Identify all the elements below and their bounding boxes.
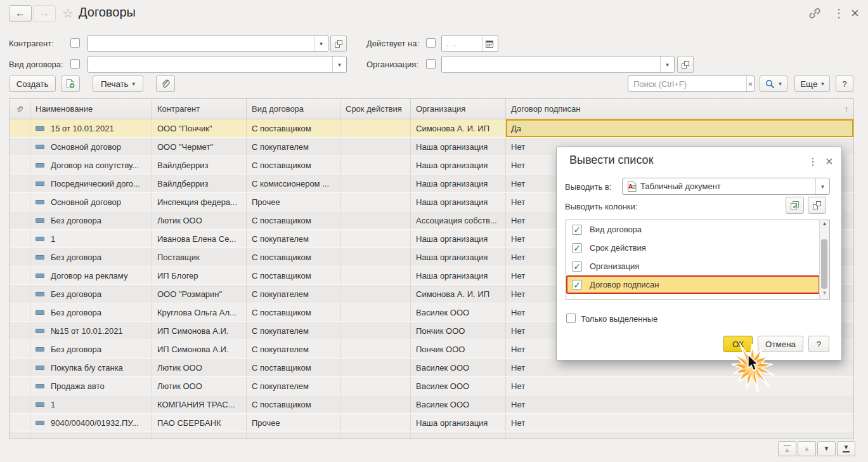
cell-attachment[interactable] — [10, 395, 30, 413]
cell-attachment[interactable] — [10, 230, 30, 248]
cell-term[interactable] — [340, 414, 411, 432]
column-header-term[interactable]: Срок действия — [340, 99, 411, 119]
cell-term[interactable] — [340, 267, 411, 284]
cell-signed[interactable]: Нет — [506, 395, 853, 413]
cell-name[interactable]: Без договора — [30, 285, 152, 303]
cell-organization[interactable]: Пончик ООО — [411, 322, 506, 340]
cell-name[interactable]: Основной договор — [30, 138, 152, 155]
window-close-icon[interactable]: × — [847, 4, 863, 22]
cell-organization[interactable]: Наша организация — [411, 175, 506, 192]
cell-attachment[interactable] — [10, 156, 30, 174]
cell-organization[interactable]: Наша организация — [411, 432, 506, 439]
cell-attachment[interactable] — [10, 359, 30, 376]
cell-organization[interactable]: Наша организация — [411, 193, 506, 211]
cell-contract-type[interactable]: С поставщиком — [247, 395, 340, 413]
cell-term[interactable] — [340, 230, 411, 248]
cell-contract-type[interactable]: Прочее — [247, 414, 340, 432]
dialog-close-icon[interactable]: × — [822, 154, 837, 169]
contragent-filter-checkbox[interactable] — [70, 38, 80, 48]
scroll-up-button[interactable]: ▲ — [798, 441, 816, 456]
cell-contract-type[interactable]: С покупателем — [247, 230, 340, 248]
cell-signed[interactable]: Да — [506, 119, 853, 137]
cell-organization[interactable]: Наша организация — [411, 248, 506, 266]
cell-name[interactable]: Договор аренды №1 — [30, 432, 152, 439]
window-more-icon[interactable]: ⋮ — [829, 6, 848, 21]
forward-button[interactable]: → — [33, 5, 56, 22]
column-header-contract-type[interactable]: Вид договора — [247, 99, 340, 119]
help-button[interactable]: ? — [836, 76, 853, 92]
cell-name[interactable]: 15 от 10.01.2021 — [30, 119, 152, 137]
scroll-down-button[interactable]: ▼ — [817, 441, 836, 456]
cell-term[interactable] — [340, 193, 411, 211]
cell-term[interactable] — [340, 395, 411, 413]
clear-search-icon[interactable]: × — [746, 76, 754, 91]
table-row[interactable]: Продажа автоЛютик ОООС покупателемВасиле… — [10, 377, 853, 395]
cell-contragent[interactable]: ООО "Розмарин" — [152, 432, 247, 439]
chevron-down-icon[interactable]: ▾ — [314, 36, 328, 51]
scroll-down-arrow-icon[interactable]: ▼ — [820, 290, 829, 298]
dialog-more-icon[interactable]: ⋮ — [804, 155, 822, 168]
cell-name[interactable]: Без договора — [30, 248, 152, 266]
cell-contract-type[interactable]: С покупателем — [247, 322, 340, 340]
chevron-down-icon[interactable]: ▾ — [332, 56, 346, 72]
cell-organization[interactable]: Пончик ООО — [411, 340, 506, 358]
checked-checkbox-icon[interactable]: ✓ — [572, 280, 582, 290]
cell-name[interactable]: №15 от 10.01.2021 — [30, 322, 152, 340]
search-input[interactable] — [628, 79, 746, 89]
cell-organization[interactable]: Наша организация — [411, 414, 506, 432]
scroll-top-button[interactable]: ▲ — [778, 441, 796, 456]
cell-contract-type[interactable]: С покупателем — [247, 340, 340, 358]
cell-attachment[interactable] — [10, 267, 30, 284]
cell-contragent[interactable]: Лютик ООО — [152, 359, 247, 376]
cell-organization[interactable]: Наша организация — [411, 138, 506, 155]
cell-attachment[interactable] — [10, 175, 30, 192]
cell-term[interactable] — [340, 285, 411, 303]
cell-term[interactable] — [340, 175, 411, 192]
cell-contragent[interactable]: ООО "Пончик" — [152, 119, 247, 137]
cell-term[interactable] — [340, 432, 411, 439]
favorite-star-icon[interactable]: ☆ — [62, 6, 74, 21]
cell-name[interactable]: Основной договор — [30, 193, 152, 211]
cell-term[interactable] — [340, 248, 411, 266]
search-button[interactable]: ▾ — [760, 76, 787, 92]
back-button[interactable]: ← — [9, 5, 32, 22]
cell-organization[interactable]: Симонова А. И. ИП — [411, 285, 506, 303]
columns-list-scrollbar[interactable]: ▲ ▼ — [819, 220, 829, 299]
checked-checkbox-icon[interactable]: ✓ — [572, 261, 582, 272]
cell-contragent[interactable]: ИП Симонова А.И. — [152, 340, 247, 358]
cell-contragent[interactable]: КОМПАНИЯ ТРАС... — [152, 395, 247, 413]
valid-on-date-field[interactable] — [441, 35, 498, 52]
cell-name[interactable]: Покупка б/у станка — [30, 359, 152, 376]
cell-contract-type[interactable]: С покупателем — [247, 285, 340, 303]
cell-term[interactable] — [340, 211, 411, 229]
cell-organization[interactable]: Василек ООО — [411, 395, 506, 413]
cell-contragent[interactable]: ИП Блогер — [152, 267, 247, 284]
cell-contract-type[interactable]: С поставщиком — [247, 248, 340, 266]
link-icon[interactable] — [808, 7, 822, 20]
cell-contragent[interactable]: ИП Симонова А.И. — [152, 322, 247, 340]
chevron-down-icon[interactable]: ▾ — [815, 178, 829, 194]
cell-organization[interactable]: Ассоциация собств... — [411, 211, 506, 229]
valid-on-checkbox[interactable] — [426, 38, 436, 48]
create-button[interactable]: Создать — [9, 76, 56, 92]
cell-organization[interactable]: Наша организация — [411, 230, 506, 248]
cell-attachment[interactable] — [10, 248, 30, 266]
cell-name[interactable]: Без договора — [30, 211, 152, 229]
cell-contract-type[interactable]: С покупателем — [247, 377, 340, 395]
cell-attachment[interactable] — [10, 193, 30, 211]
cell-organization[interactable]: Василек ООО — [411, 359, 506, 376]
cell-organization[interactable]: Наша организация — [411, 156, 506, 174]
cell-contract-type[interactable]: С покупателем — [247, 432, 340, 439]
more-button[interactable]: Еще ▾ — [794, 76, 830, 92]
cell-term[interactable] — [340, 119, 411, 137]
table-row[interactable]: Покупка б/у станкаЛютик ОООС поставщиком… — [10, 359, 853, 377]
create-group-button[interactable] — [61, 76, 80, 92]
cell-contragent[interactable]: Иванова Елена Се... — [152, 230, 247, 248]
scroll-bottom-button[interactable]: ▼ — [837, 441, 855, 456]
ok-button[interactable]: ОК — [723, 336, 753, 352]
cell-contragent[interactable]: ООО "Чермет" — [152, 138, 247, 155]
contract-type-checkbox[interactable] — [70, 59, 80, 69]
cell-contract-type[interactable]: С поставщиком — [247, 359, 340, 376]
column-header-signed[interactable]: Договор подписан ↑ — [506, 99, 853, 119]
chevron-down-icon[interactable]: ▾ — [660, 56, 674, 72]
